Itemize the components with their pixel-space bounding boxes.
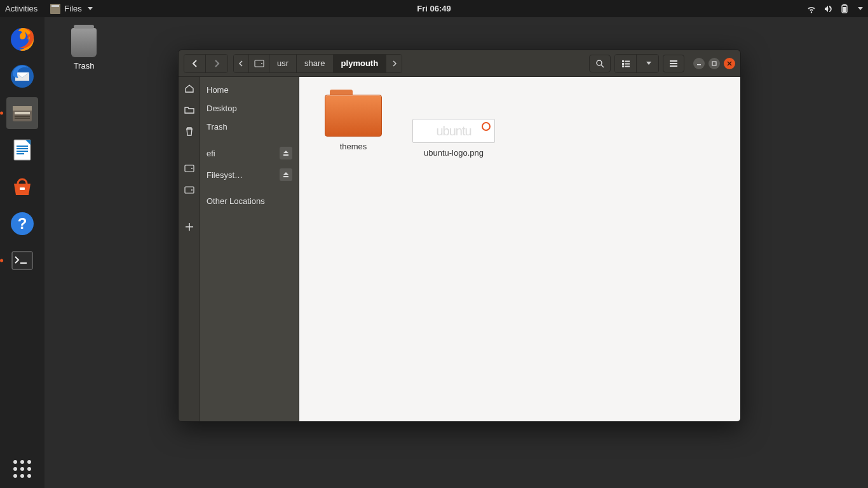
window-minimize[interactable] [693,58,705,69]
forward-button[interactable] [206,55,227,72]
image-thumb-icon: ubuntu [412,119,495,143]
sidebar-trash[interactable]: Trash [200,118,299,136]
app-menu-files[interactable]: Files [50,4,92,14]
search-icon [595,59,604,68]
sidebar-filesystem[interactable]: Filesyst… [200,164,299,186]
nav-buttons [184,54,228,73]
svg-rect-15 [20,187,25,190]
home-icon [184,83,194,93]
path-overflow-right[interactable] [386,55,402,72]
pathbar: usr share plymouth [233,54,402,73]
clock[interactable]: Fri 06:49 [417,4,451,13]
dock-thunderbird[interactable] [6,60,38,92]
svg-rect-32 [697,64,701,65]
svg-rect-38 [283,154,288,156]
svg-rect-18 [12,252,32,269]
trash-icon [71,28,97,57]
show-applications[interactable] [0,460,44,478]
path-overflow-left[interactable] [234,55,249,72]
path-seg-share[interactable]: share [297,55,334,72]
svg-rect-2 [843,7,846,12]
svg-rect-31 [670,65,677,67]
file-label: themes [312,142,395,151]
disk-icon [184,163,194,173]
svg-rect-8 [15,116,30,117]
dock-terminal[interactable] [6,245,38,276]
app-menu-label: Files [64,4,81,13]
svg-rect-11 [17,146,28,147]
disk-icon [184,185,194,195]
list-view-icon [621,59,630,68]
folder-icon [325,90,382,137]
dock: ? [0,17,44,488]
svg-rect-30 [670,63,677,64]
svg-rect-26 [625,63,630,64]
file-label: ubuntu-logo.png [412,148,495,158]
chevron-down-icon [88,7,93,10]
svg-rect-27 [622,65,624,67]
hamburger-menu-button[interactable] [663,55,684,72]
svg-rect-23 [622,60,624,62]
dock-files[interactable] [6,97,38,129]
svg-rect-28 [625,65,630,67]
eject-icon [283,150,289,156]
eject-icon [283,172,289,178]
activities-button[interactable]: Activities [5,4,37,13]
window-close[interactable] [724,58,735,69]
file-view[interactable]: themes ubuntu ubuntu-logo.png [299,77,740,421]
view-list-button[interactable] [615,55,637,72]
svg-rect-6 [13,106,32,111]
window-maximize[interactable] [709,58,720,69]
dock-help[interactable]: ? [6,208,38,240]
eject-efi-button[interactable] [280,147,292,159]
sidebar-other-locations[interactable]: Other Locations [200,192,299,210]
sidebar-desktop[interactable]: Desktop [200,99,299,118]
file-item-folder-themes[interactable]: themes [312,90,395,151]
svg-rect-13 [17,151,28,152]
files-mini-icon [50,4,60,14]
sidebar-efi[interactable]: efi [200,142,299,164]
path-seg-usr[interactable]: usr [269,55,297,72]
chevron-down-icon [646,62,651,65]
places-icon-bar [179,77,200,421]
svg-rect-10 [14,140,31,160]
files-window: usr share plymouth [178,50,741,422]
system-tray[interactable] [806,4,863,14]
dock-libreoffice-writer[interactable] [6,134,38,166]
plus-icon [184,222,194,232]
svg-rect-39 [283,176,288,177]
desktop-trash-label: Trash [64,61,104,71]
trash-icon [184,126,194,137]
dock-software[interactable] [6,171,38,203]
battery-icon [839,4,850,14]
path-seg-plymouth[interactable]: plymouth [334,55,387,72]
desktop-trash[interactable]: Trash [64,28,104,71]
svg-rect-12 [17,148,28,149]
svg-point-21 [261,63,262,64]
svg-rect-24 [625,60,630,62]
dock-firefox[interactable] [6,24,38,55]
svg-rect-29 [670,60,677,62]
svg-rect-1 [843,4,846,5]
wifi-icon [806,4,817,14]
view-dropdown-button[interactable] [637,55,658,72]
eject-filesystem-button[interactable] [280,168,292,181]
folder-icon [184,105,194,115]
top-bar: Activities Files Fri 06:49 [0,0,868,17]
file-item-image-ubuntu-logo[interactable]: ubuntu ubuntu-logo.png [412,90,495,158]
svg-rect-9 [15,118,30,119]
titlebar: usr share plymouth [179,50,740,77]
path-root-disk[interactable] [249,55,269,72]
sidebar: Home Desktop Trash efi Filesyst… Other L… [200,77,299,421]
system-menu-chevron-icon [858,7,863,10]
hamburger-icon [669,59,678,68]
search-button[interactable] [589,55,611,72]
svg-text:?: ? [18,215,27,232]
svg-rect-25 [622,63,624,65]
svg-point-37 [191,189,193,191]
svg-point-22 [597,60,602,65]
svg-rect-19 [20,262,27,264]
back-button[interactable] [184,55,206,72]
sidebar-home[interactable]: Home [200,81,299,99]
svg-point-35 [191,168,193,169]
